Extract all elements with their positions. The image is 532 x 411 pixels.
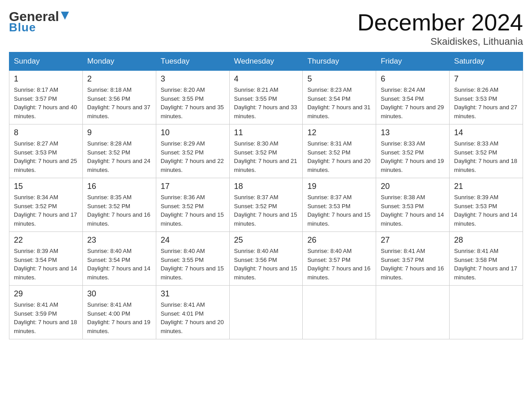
day-number: 8 [14, 128, 78, 137]
calendar-day-cell: 22 Sunrise: 8:39 AM Sunset: 3:54 PM Dayl… [9, 232, 83, 286]
calendar-day-cell: 11 Sunrise: 8:30 AM Sunset: 3:52 PM Dayl… [229, 124, 303, 178]
day-number: 28 [454, 235, 518, 245]
calendar-day-cell: 26 Sunrise: 8:40 AM Sunset: 3:57 PM Dayl… [303, 232, 376, 286]
day-info: Sunrise: 8:17 AM Sunset: 3:57 PM Dayligh… [14, 86, 78, 120]
calendar-day-header: Thursday [303, 52, 376, 71]
day-info: Sunrise: 8:29 AM Sunset: 3:52 PM Dayligh… [161, 139, 225, 174]
day-number: 30 [87, 289, 151, 299]
day-number: 15 [14, 182, 78, 191]
calendar-day-cell: 17 Sunrise: 8:36 AM Sunset: 3:52 PM Dayl… [156, 178, 229, 232]
calendar-day-cell: 25 Sunrise: 8:40 AM Sunset: 3:56 PM Dayl… [229, 232, 303, 286]
day-info: Sunrise: 8:38 AM Sunset: 3:53 PM Dayligh… [381, 193, 445, 228]
day-number: 14 [454, 128, 518, 137]
day-number: 6 [381, 74, 445, 84]
day-number: 16 [87, 182, 151, 191]
calendar-day-cell: 29 Sunrise: 8:41 AM Sunset: 3:59 PM Dayl… [9, 286, 83, 339]
day-info: Sunrise: 8:28 AM Sunset: 3:52 PM Dayligh… [87, 139, 151, 174]
calendar-day-cell: 24 Sunrise: 8:40 AM Sunset: 3:55 PM Dayl… [156, 232, 229, 286]
calendar-day-header: Saturday [450, 52, 523, 71]
calendar-subtitle: Skaidiskes, Lithuania [357, 36, 523, 47]
calendar-title: December 2024 [357, 9, 523, 36]
calendar-day-cell: 23 Sunrise: 8:40 AM Sunset: 3:54 PM Dayl… [82, 232, 156, 286]
calendar-day-cell: 10 Sunrise: 8:29 AM Sunset: 3:52 PM Dayl… [156, 124, 229, 178]
day-info: Sunrise: 8:37 AM Sunset: 3:53 PM Dayligh… [307, 193, 371, 228]
day-info: Sunrise: 8:21 AM Sunset: 3:55 PM Dayligh… [234, 86, 298, 120]
title-block: December 2024 Skaidiskes, Lithuania [357, 9, 523, 47]
calendar-day-cell [376, 286, 450, 339]
day-number: 23 [87, 235, 151, 245]
day-number: 18 [234, 182, 298, 191]
day-info: Sunrise: 8:41 AM Sunset: 4:01 PM Dayligh… [161, 300, 225, 335]
day-info: Sunrise: 8:40 AM Sunset: 3:56 PM Dayligh… [234, 247, 298, 282]
calendar-day-cell: 27 Sunrise: 8:41 AM Sunset: 3:57 PM Dayl… [376, 232, 450, 286]
svg-marker-0 [61, 12, 69, 20]
day-info: Sunrise: 8:20 AM Sunset: 3:55 PM Dayligh… [161, 86, 225, 120]
calendar-day-cell: 19 Sunrise: 8:37 AM Sunset: 3:53 PM Dayl… [303, 178, 376, 232]
calendar-day-cell [229, 286, 303, 339]
day-info: Sunrise: 8:41 AM Sunset: 3:58 PM Dayligh… [454, 247, 518, 282]
day-info: Sunrise: 8:36 AM Sunset: 3:52 PM Dayligh… [161, 193, 225, 228]
day-info: Sunrise: 8:34 AM Sunset: 3:52 PM Dayligh… [14, 193, 78, 228]
day-number: 13 [381, 128, 445, 137]
day-number: 19 [307, 182, 371, 191]
day-number: 22 [14, 235, 78, 245]
logo-blue-text: Blue [9, 21, 36, 34]
day-info: Sunrise: 8:40 AM Sunset: 3:57 PM Dayligh… [307, 247, 371, 282]
calendar-day-header: Tuesday [156, 52, 229, 71]
day-info: Sunrise: 8:37 AM Sunset: 3:52 PM Dayligh… [234, 193, 298, 228]
day-info: Sunrise: 8:40 AM Sunset: 3:55 PM Dayligh… [161, 247, 225, 282]
day-number: 21 [454, 182, 518, 191]
calendar-week-row: 1 Sunrise: 8:17 AM Sunset: 3:57 PM Dayli… [9, 71, 523, 124]
calendar-day-cell: 21 Sunrise: 8:39 AM Sunset: 3:53 PM Dayl… [450, 178, 523, 232]
day-info: Sunrise: 8:40 AM Sunset: 3:54 PM Dayligh… [87, 247, 151, 282]
calendar-day-cell: 6 Sunrise: 8:24 AM Sunset: 3:54 PM Dayli… [376, 71, 450, 124]
calendar-header-row: SundayMondayTuesdayWednesdayThursdayFrid… [9, 52, 523, 71]
day-info: Sunrise: 8:41 AM Sunset: 4:00 PM Dayligh… [87, 300, 151, 335]
calendar-week-row: 15 Sunrise: 8:34 AM Sunset: 3:52 PM Dayl… [9, 178, 523, 232]
day-number: 11 [234, 128, 298, 137]
calendar-day-cell: 15 Sunrise: 8:34 AM Sunset: 3:52 PM Dayl… [9, 178, 83, 232]
calendar-day-header: Monday [82, 52, 156, 71]
calendar-day-header: Wednesday [229, 52, 303, 71]
calendar-day-cell: 1 Sunrise: 8:17 AM Sunset: 3:57 PM Dayli… [9, 71, 83, 124]
day-info: Sunrise: 8:35 AM Sunset: 3:52 PM Dayligh… [87, 193, 151, 228]
calendar-day-cell: 30 Sunrise: 8:41 AM Sunset: 4:00 PM Dayl… [82, 286, 156, 339]
day-number: 3 [161, 74, 225, 84]
calendar-day-cell: 14 Sunrise: 8:33 AM Sunset: 3:52 PM Dayl… [450, 124, 523, 178]
day-number: 17 [161, 182, 225, 191]
calendar-day-cell: 8 Sunrise: 8:27 AM Sunset: 3:53 PM Dayli… [9, 124, 83, 178]
day-number: 2 [87, 74, 151, 84]
calendar-week-row: 29 Sunrise: 8:41 AM Sunset: 3:59 PM Dayl… [9, 286, 523, 339]
logo: General Blue [9, 9, 70, 34]
day-info: Sunrise: 8:33 AM Sunset: 3:52 PM Dayligh… [454, 139, 518, 174]
calendar-table: SundayMondayTuesdayWednesdayThursdayFrid… [9, 52, 523, 339]
day-number: 1 [14, 74, 78, 84]
day-info: Sunrise: 8:33 AM Sunset: 3:52 PM Dayligh… [381, 139, 445, 174]
day-info: Sunrise: 8:18 AM Sunset: 3:56 PM Dayligh… [87, 86, 151, 120]
calendar-day-cell: 12 Sunrise: 8:31 AM Sunset: 3:52 PM Dayl… [303, 124, 376, 178]
day-info: Sunrise: 8:41 AM Sunset: 3:59 PM Dayligh… [14, 300, 78, 335]
calendar-day-header: Friday [376, 52, 450, 71]
day-number: 9 [87, 128, 151, 137]
page-header: General Blue December 2024 Skaidiskes, L… [9, 9, 523, 47]
calendar-week-row: 22 Sunrise: 8:39 AM Sunset: 3:54 PM Dayl… [9, 232, 523, 286]
day-info: Sunrise: 8:39 AM Sunset: 3:53 PM Dayligh… [454, 193, 518, 228]
day-number: 10 [161, 128, 225, 137]
calendar-day-cell: 3 Sunrise: 8:20 AM Sunset: 3:55 PM Dayli… [156, 71, 229, 124]
day-info: Sunrise: 8:30 AM Sunset: 3:52 PM Dayligh… [234, 139, 298, 174]
calendar-day-cell: 13 Sunrise: 8:33 AM Sunset: 3:52 PM Dayl… [376, 124, 450, 178]
calendar-day-cell: 9 Sunrise: 8:28 AM Sunset: 3:52 PM Dayli… [82, 124, 156, 178]
day-info: Sunrise: 8:24 AM Sunset: 3:54 PM Dayligh… [381, 86, 445, 120]
day-number: 24 [161, 235, 225, 245]
calendar-day-cell: 2 Sunrise: 8:18 AM Sunset: 3:56 PM Dayli… [82, 71, 156, 124]
day-number: 29 [14, 289, 78, 299]
day-info: Sunrise: 8:26 AM Sunset: 3:53 PM Dayligh… [454, 86, 518, 120]
day-number: 12 [307, 128, 371, 137]
day-number: 7 [454, 74, 518, 84]
calendar-day-cell: 20 Sunrise: 8:38 AM Sunset: 3:53 PM Dayl… [376, 178, 450, 232]
day-number: 27 [381, 235, 445, 245]
day-number: 25 [234, 235, 298, 245]
calendar-week-row: 8 Sunrise: 8:27 AM Sunset: 3:53 PM Dayli… [9, 124, 523, 178]
day-number: 20 [381, 182, 445, 191]
calendar-day-cell: 4 Sunrise: 8:21 AM Sunset: 3:55 PM Dayli… [229, 71, 303, 124]
